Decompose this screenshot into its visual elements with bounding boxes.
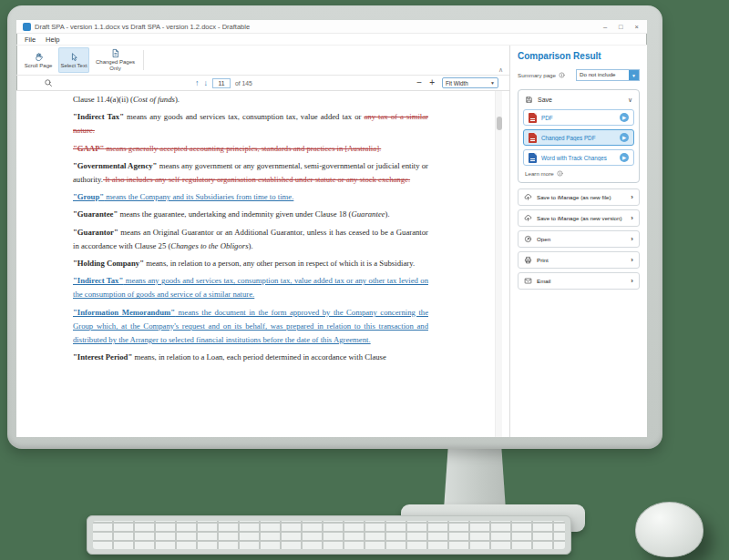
menu-bar: File Help <box>16 34 647 46</box>
next-change-icon[interactable]: ↓ <box>204 79 209 87</box>
collapse-toolbar-icon[interactable]: ∧ <box>498 66 503 74</box>
save-changed-pages-pdf-label: Changed Pages PDF <box>541 135 615 141</box>
scrollbar-thumb[interactable] <box>497 117 502 130</box>
learn-more-link[interactable]: Learn more <box>523 169 634 179</box>
page-number-input[interactable] <box>212 78 231 88</box>
doc-paragraph: "Information Memorandum" means the docum… <box>73 306 428 348</box>
go-arrow-icon[interactable]: ▶ <box>620 133 629 142</box>
document-viewer-column: Scroll Page Select Text Changed Pages On… <box>16 46 510 437</box>
doc-text-segment: "Guarantor" <box>73 228 118 237</box>
vertical-scrollbar[interactable] <box>495 91 502 437</box>
scroll-page-label: Scroll Page <box>25 63 53 69</box>
document-page[interactable]: Clause 11.4(a)(ii) (Cost of funds)."Indi… <box>16 91 509 437</box>
printer-icon <box>524 256 532 264</box>
doc-paragraph: "Group" means the Company and its Subsid… <box>73 190 428 204</box>
pdf-file-icon <box>529 113 537 123</box>
hand-icon <box>34 52 44 62</box>
docx-file-icon <box>529 153 537 163</box>
save-pdf-label: PDF <box>541 115 615 121</box>
print-button[interactable]: Print › <box>518 251 640 269</box>
save-imanage-new-version-button[interactable]: Save to iManage (as new version) › <box>518 209 640 227</box>
select-text-button[interactable]: Select Text <box>58 47 89 73</box>
learn-more-label: Learn more <box>525 170 554 177</box>
search-icon[interactable] <box>44 78 53 87</box>
maximize-button[interactable]: □ <box>619 23 623 31</box>
doc-text-segment: means, in relation to a person, any othe… <box>144 259 415 268</box>
window-title: Draft SPA - version 1.1.docx vs Draft SP… <box>35 23 600 31</box>
doc-text-segment: means generally accepted accounting prin… <box>104 144 381 153</box>
monitor-bezel: Draft SPA - version 1.1.docx vs Draft SP… <box>7 5 662 449</box>
email-button[interactable]: Email › <box>518 272 640 290</box>
app-icon <box>23 23 31 31</box>
previous-change-icon[interactable]: ↑ <box>195 79 200 87</box>
pdf-file-icon <box>529 133 537 143</box>
save-imanage-new-version-label: Save to iManage (as new version) <box>537 215 626 221</box>
keyboard <box>87 515 571 555</box>
summary-page-dropdown[interactable]: Do not include ▼ <box>576 69 640 81</box>
save-imanage-new-file-button[interactable]: Save to iManage (as new file) › <box>518 188 640 206</box>
doc-text-segment: ). <box>385 209 390 219</box>
save-icon <box>525 96 533 104</box>
doc-paragraph: "Indirect Tax" means any goods and servi… <box>73 274 428 301</box>
open-label: Open <box>537 236 626 242</box>
doc-text-segment: "Information Memorandum" <box>73 308 175 317</box>
cloud-upload-icon <box>524 214 532 222</box>
save-section-header[interactable]: Save ∨ <box>523 95 634 109</box>
doc-text-segment: ). <box>175 95 180 104</box>
doc-paragraph: "GAAP" means generally accepted accounti… <box>73 142 428 156</box>
app-window: Draft SPA - version 1.1.docx vs Draft SP… <box>16 20 647 437</box>
doc-paragraph: Clause 11.4(a)(ii) (Cost of funds). <box>73 93 428 107</box>
panel-title: Comparison Result <box>518 51 640 61</box>
doc-text-segment: means any goods and services tax, consum… <box>73 276 428 299</box>
save-section: Save ∨ PDF ▶ Changed Pages PDF ▶ Word wi… <box>518 89 640 183</box>
doc-text-segment: ). <box>249 241 253 250</box>
scroll-page-button[interactable]: Scroll Page <box>23 47 54 73</box>
changed-pages-only-label: Changed Pages Only <box>94 59 137 71</box>
cursor-icon <box>69 52 79 62</box>
doc-text-segment: "Indirect Tax" <box>73 276 123 285</box>
chevron-up-icon: ∨ <box>628 97 632 104</box>
monitor-stand-neck <box>444 446 506 510</box>
doc-text-segment: "GAAP" <box>73 144 104 153</box>
select-text-label: Select Text <box>60 63 87 69</box>
doc-text-segment: "Group" <box>73 192 104 201</box>
menu-help[interactable]: Help <box>46 36 59 44</box>
zoom-out-button[interactable]: − <box>416 78 422 87</box>
toolbar: Scroll Page Select Text Changed Pages On… <box>16 46 509 76</box>
minimize-button[interactable]: – <box>603 23 607 31</box>
doc-text-segment: means any goods and services tax, consum… <box>124 112 364 121</box>
doc-text-segment: "Indirect Tax" <box>73 112 124 121</box>
go-arrow-icon[interactable]: ▶ <box>620 153 629 162</box>
save-changed-pages-pdf-button[interactable]: Changed Pages PDF ▶ <box>523 129 634 146</box>
save-label: Save <box>538 97 552 103</box>
save-word-track-changes-button[interactable]: Word with Track Changes ▶ <box>523 149 634 166</box>
doc-text-segment: Guarantee <box>351 209 385 219</box>
menu-file[interactable]: File <box>25 36 36 44</box>
doc-text-segment: It also includes any self-regulatory org… <box>103 175 410 184</box>
save-imanage-new-file-label: Save to iManage (as new file) <box>537 194 626 200</box>
close-button[interactable]: × <box>635 23 639 31</box>
doc-text-segment: Cost of funds <box>133 95 175 104</box>
open-button[interactable]: Open › <box>518 230 640 248</box>
doc-paragraph: "Guarantor" means an Original Guarantor … <box>73 226 428 253</box>
zoom-in-button[interactable]: + <box>429 78 435 87</box>
chevron-right-icon: › <box>631 256 633 264</box>
email-icon <box>524 277 532 285</box>
chevron-right-icon: › <box>631 235 633 243</box>
toolbar-separator <box>143 50 144 70</box>
info-icon[interactable] <box>559 72 565 78</box>
zoom-mode-dropdown[interactable]: Fit Width ▼ <box>442 77 498 88</box>
summary-page-row: Summary page Do not include ▼ <box>518 69 640 81</box>
save-pdf-button[interactable]: PDF ▶ <box>523 109 634 126</box>
save-word-track-changes-label: Word with Track Changes <box>541 155 615 161</box>
comparison-result-panel: Comparison Result Summary page Do not in… <box>510 46 647 437</box>
document-text: Clause 11.4(a)(ii) (Cost of funds)."Indi… <box>73 93 428 368</box>
chevron-right-icon: › <box>631 193 633 201</box>
print-label: Print <box>537 257 626 263</box>
changed-pages-only-button[interactable]: Changed Pages Only <box>94 47 137 73</box>
info-icon <box>557 170 563 177</box>
doc-text-segment: Changes to the Obligors <box>170 241 248 250</box>
doc-text-segment: means the Company and its Subsidiaries f… <box>104 192 293 201</box>
go-arrow-icon[interactable]: ▶ <box>620 113 629 122</box>
chevron-down-icon: ▼ <box>629 70 639 80</box>
